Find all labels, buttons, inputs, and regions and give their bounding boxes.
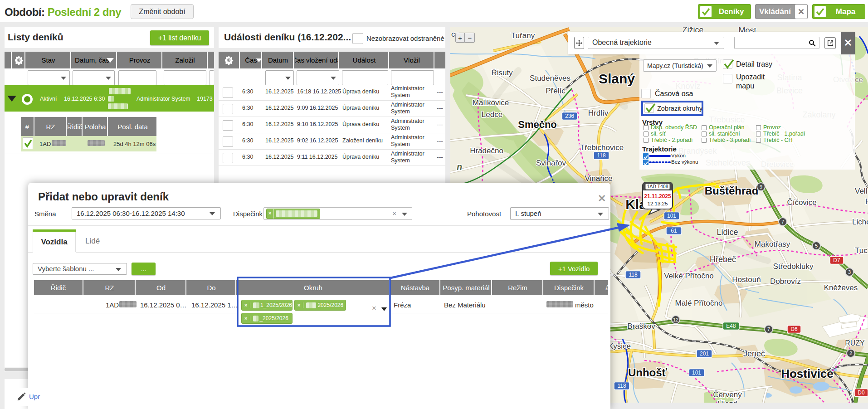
svg-text:Makotřasy: Makotřasy xyxy=(755,240,790,248)
svg-text:12: 12 xyxy=(673,317,678,322)
svg-text:Lidice: Lidice xyxy=(717,228,738,237)
svg-text:5: 5 xyxy=(815,243,818,248)
svg-text:Malíkovice: Malíkovice xyxy=(473,98,509,107)
svg-text:21.11.2025: 21.11.2025 xyxy=(644,193,671,200)
svg-text:Vinařice: Vinařice xyxy=(585,174,612,183)
svg-text:Jeneč: Jeneč xyxy=(743,349,765,358)
svg-text:Kyšice: Kyšice xyxy=(608,342,631,351)
svg-text:H: H xyxy=(865,197,868,206)
svg-text:Hřebeč: Hřebeč xyxy=(710,255,736,264)
svg-text:7: 7 xyxy=(781,219,784,224)
svg-text:118: 118 xyxy=(617,383,626,389)
svg-text:Malé Přítočno: Malé Přítočno xyxy=(675,299,723,307)
svg-text:Velké Přítočno: Velké Přítočno xyxy=(664,272,714,280)
svg-text:Tucl: Tucl xyxy=(855,246,868,255)
svg-text:101: 101 xyxy=(692,370,701,376)
svg-text:9: 9 xyxy=(760,184,762,190)
svg-text:n: n xyxy=(457,162,462,172)
svg-text:Studeněves: Studeněves xyxy=(530,74,571,83)
svg-text:7: 7 xyxy=(767,326,770,332)
svg-text:RUZY: RUZY xyxy=(845,339,865,347)
svg-text:Dobrovíz: Dobrovíz xyxy=(770,277,801,286)
svg-text:Smečno: Smečno xyxy=(518,119,557,130)
svg-text:101: 101 xyxy=(667,213,676,219)
svg-text:Slaný: Slaný xyxy=(599,71,635,86)
svg-text:Hostouň: Hostouň xyxy=(732,275,761,284)
svg-text:D0: D0 xyxy=(858,390,865,396)
svg-text:12:13:25: 12:13:25 xyxy=(648,201,668,206)
svg-text:D7: D7 xyxy=(833,257,840,263)
svg-text:Tuřany: Tuřany xyxy=(511,31,535,40)
svg-text:Lichc: Lichc xyxy=(852,218,868,226)
svg-text:Ledce: Ledce xyxy=(482,110,502,119)
svg-text:1AD T408: 1AD T408 xyxy=(647,184,668,189)
svg-text:3: 3 xyxy=(848,269,851,275)
svg-text:201: 201 xyxy=(700,351,709,357)
svg-text:118: 118 xyxy=(597,152,605,159)
svg-text:Braškov: Braškov xyxy=(627,322,655,331)
svg-text:Unhošť: Unhošť xyxy=(628,366,668,379)
svg-text:Středokluky: Středokluky xyxy=(773,262,814,271)
svg-text:Svinařov: Svinařov xyxy=(536,159,566,167)
svg-text:D6: D6 xyxy=(790,326,798,332)
svg-text:118: 118 xyxy=(629,272,637,278)
svg-text:Přelíc: Přelíc xyxy=(546,87,566,95)
svg-text:Újezd: Újezd xyxy=(717,399,737,403)
svg-text:Buštěhrad: Buštěhrad xyxy=(705,185,759,197)
svg-text:E48: E48 xyxy=(726,323,736,329)
svg-text:Třebichovice: Třebichovice xyxy=(580,143,624,152)
svg-text:Hostivice: Hostivice xyxy=(781,367,834,380)
svg-text:Hradečno: Hradečno xyxy=(470,146,503,155)
svg-text:Hrdlív: Hrdlív xyxy=(588,109,609,117)
svg-text:Červený: Červený xyxy=(713,390,742,399)
svg-text:Kněževes: Kněževes xyxy=(824,283,858,292)
svg-text:236: 236 xyxy=(565,113,574,119)
svg-text:Vell: Vell xyxy=(855,187,867,195)
svg-text:Číčovice: Číčovice xyxy=(787,198,816,207)
svg-text:2: 2 xyxy=(849,351,852,356)
svg-text:Řisuty: Řisuty xyxy=(491,68,513,77)
svg-text:61: 61 xyxy=(671,228,677,234)
